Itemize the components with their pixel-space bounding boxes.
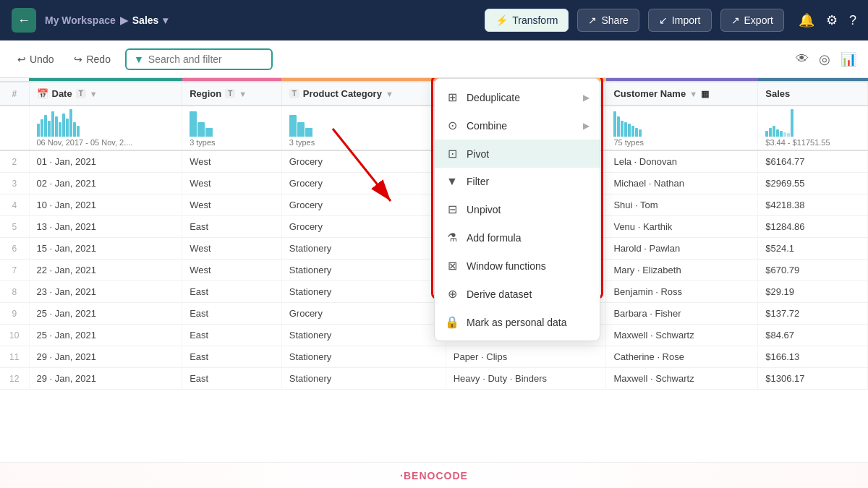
region-col-label: Region: [190, 88, 221, 99]
customer-name-cell: Catherine · Rose: [606, 346, 758, 368]
customer-chart: 75 types: [606, 106, 758, 150]
date-cell: 25 · Jan, 2021: [29, 325, 182, 346]
sales-column-header[interactable]: Sales: [758, 82, 868, 106]
region-col-type: T: [225, 89, 235, 98]
dataset-label: Sales: [132, 14, 159, 26]
customer-name-cell: Lela · Donovan: [606, 150, 758, 173]
row-number: 12: [0, 368, 29, 390]
product-category-cell: Grocery: [281, 303, 446, 325]
customer-col-label: Customer Name: [613, 88, 686, 99]
dataset-dropdown-arrow[interactable]: ▾: [163, 14, 168, 26]
transform-button[interactable]: ⚡ Transform: [485, 9, 569, 32]
redo-button[interactable]: ↪ Redo: [68, 49, 116, 69]
region-cell: West: [182, 260, 282, 281]
sales-cell: $166.13: [758, 346, 868, 368]
chart-icon[interactable]: 📊: [841, 51, 856, 67]
filter-menu-item[interactable]: ▼ Filter: [435, 168, 600, 195]
sales-range-label: $3.44 - $11751.55: [765, 138, 860, 147]
region-cell: West: [182, 173, 282, 194]
date-cell: 25 · Jan, 2021: [29, 303, 182, 325]
undo-label: Undo: [30, 53, 54, 65]
deduplicate-icon: ⊞: [445, 90, 459, 104]
notifications-icon[interactable]: 🔔: [799, 12, 814, 28]
sales-cell: $4218.38: [758, 194, 868, 216]
view-icon[interactable]: 👁: [796, 51, 809, 67]
brand-label: ·BENOCODE: [400, 470, 468, 481]
region-column-header[interactable]: Region T ▼: [182, 82, 282, 106]
target-icon[interactable]: ◎: [819, 51, 830, 67]
region-sort-icon[interactable]: ▼: [239, 90, 247, 98]
customer-name-cell: Maxwell · Schwartz: [606, 325, 758, 346]
date-sort-icon[interactable]: ▼: [90, 90, 98, 98]
product-category-cell: Grocery: [281, 173, 446, 194]
combine-menu-item[interactable]: ⊙ Combine ▶: [435, 111, 600, 140]
window-functions-label: Window functions: [467, 260, 590, 272]
row-number: 3: [0, 173, 29, 194]
workspace-label: My Workspace: [45, 14, 116, 26]
sales-chart: $3.44 - $11751.55: [758, 106, 868, 150]
deduplicate-menu-item[interactable]: ⊞ Deduplicate ▶: [435, 83, 600, 111]
back-button[interactable]: ←: [12, 8, 36, 33]
product-category-cell: Stationery: [281, 325, 446, 346]
sales-cell: $524.1: [758, 238, 868, 260]
customer-name-cell: Maxwell · Schwartz: [606, 368, 758, 390]
product-category-cell: Stationery: [281, 281, 446, 303]
sub-category-cell: Paper · Clips: [446, 346, 606, 368]
date-cell: 15 · Jan, 2021: [29, 238, 182, 260]
add-formula-menu-item[interactable]: ⚗ Add formula: [435, 223, 600, 252]
add-formula-icon: ⚗: [445, 231, 459, 244]
window-functions-menu-item[interactable]: ⊠ Window functions: [435, 252, 600, 280]
table-area: # 📅 Date T ▼ Region T ▼: [0, 78, 868, 462]
derive-dataset-menu-item[interactable]: ⊕ Derive dataset: [435, 280, 600, 308]
sales-cell: $84.67: [758, 325, 868, 346]
product-sort-icon[interactable]: ▼: [386, 90, 393, 98]
customer-name-cell: Venu · Karthik: [606, 216, 758, 238]
date-cell: 10 · Jan, 2021: [29, 194, 182, 216]
import-button[interactable]: ↙ Import: [648, 9, 712, 32]
search-box[interactable]: ▼: [125, 48, 273, 70]
pivot-menu-item[interactable]: ⊡ Pivot: [435, 140, 600, 168]
row-number: 6: [0, 238, 29, 260]
mark-personal-menu-item[interactable]: 🔒 Mark as personal data: [435, 308, 600, 336]
search-input[interactable]: [148, 53, 264, 65]
date-column-header[interactable]: 📅 Date T ▼: [29, 82, 182, 106]
table-row: 12 29 · Jan, 2021 East Stationery Heavy …: [0, 368, 868, 390]
export-button[interactable]: ↗ Export: [720, 9, 784, 32]
region-cell: West: [182, 150, 282, 173]
transform-dropdown-menu: ⊞ Deduplicate ▶ ⊙ Combine ▶ ⊡ Pivot ▼ Fi…: [434, 78, 600, 341]
help-icon[interactable]: ?: [849, 13, 856, 28]
row-number: 5: [0, 216, 29, 238]
product-category-column-header[interactable]: T Product Category ▼: [281, 82, 446, 106]
filter-label: Filter: [467, 176, 590, 187]
undo-button[interactable]: ↩ Undo: [12, 49, 59, 69]
date-cell: 29 · Jan, 2021: [29, 368, 182, 390]
nav-icon-group: 🔔 ⚙ ?: [799, 12, 856, 28]
customer-name-cell: Barbara · Fisher: [606, 303, 758, 325]
toolbar: ↩ Undo ↪ Redo ▼ 👁 ◎ 📊: [0, 40, 868, 78]
export-label: Export: [744, 14, 773, 26]
row-number: 11: [0, 346, 29, 368]
row-number: 2: [0, 150, 29, 173]
customer-sort-icon[interactable]: ▼: [689, 90, 697, 98]
date-cell: 01 · Jan, 2021: [29, 150, 182, 173]
pivot-label: Pivot: [467, 148, 590, 160]
customer-name-column-header[interactable]: Customer Name ▼ ▦: [606, 82, 758, 106]
date-cell: 29 · Jan, 2021: [29, 346, 182, 368]
sales-cell: $137.72: [758, 303, 868, 325]
share-button[interactable]: ↗ Share: [577, 9, 639, 32]
settings-icon[interactable]: ⚙: [826, 12, 838, 28]
top-navigation: ← My Workspace ▶ Sales ▾ ⚡ Transform ↗ S…: [0, 0, 868, 40]
region-cell: East: [182, 303, 282, 325]
row-number: 4: [0, 194, 29, 216]
share-label: Share: [601, 14, 628, 26]
row-number: 10: [0, 325, 29, 346]
date-cell: 02 · Jan, 2021: [29, 173, 182, 194]
breadcrumb-separator: ▶: [120, 14, 128, 26]
unpivot-label: Unpivot: [467, 204, 590, 215]
unpivot-menu-item[interactable]: ⊟ Unpivot: [435, 195, 600, 223]
product-category-cell: Grocery: [281, 150, 446, 173]
region-chart: 3 types: [182, 106, 282, 150]
mark-personal-icon: 🔒: [445, 315, 459, 329]
sales-cell: $670.79: [758, 260, 868, 281]
derive-dataset-label: Derive dataset: [467, 288, 590, 300]
